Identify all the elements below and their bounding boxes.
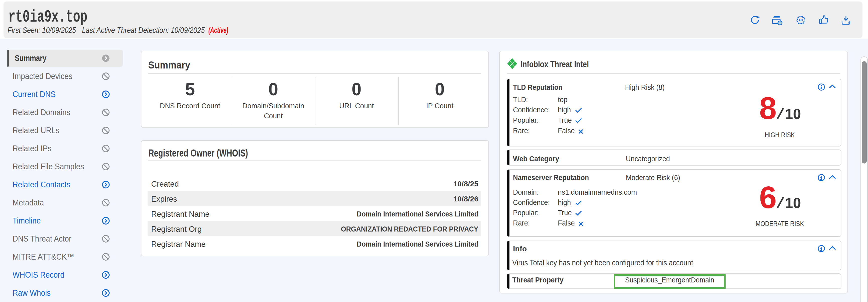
svg-text:API: API <box>799 19 803 22</box>
